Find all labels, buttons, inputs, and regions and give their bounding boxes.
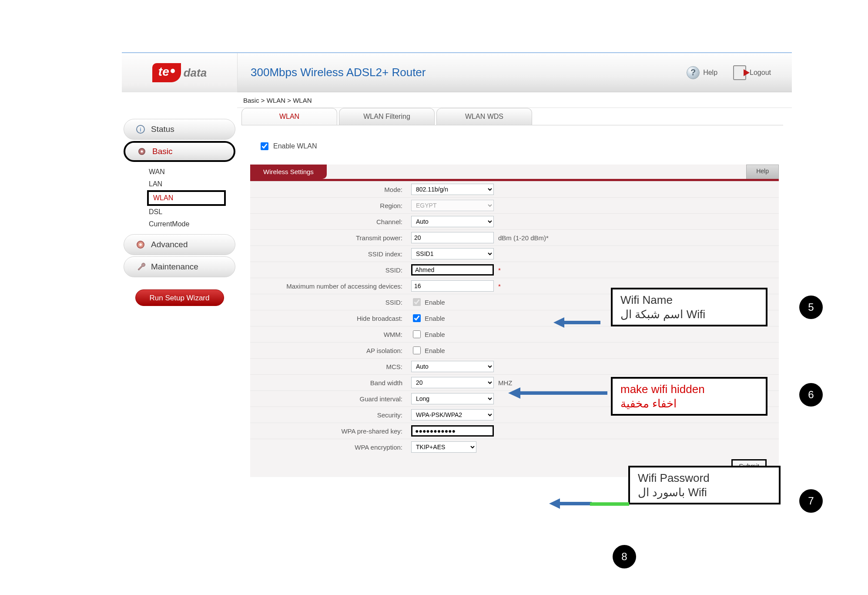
- bandwidth-suffix: MHZ: [498, 379, 513, 387]
- advanced-icon: [135, 239, 146, 250]
- security-select[interactable]: WPA-PSK/WPA2: [411, 409, 494, 420]
- logout-icon: [733, 65, 746, 80]
- sidebar-advanced-label: Advanced: [151, 240, 188, 249]
- help-button[interactable]: ? Help: [679, 64, 725, 81]
- wmm-checkbox[interactable]: [413, 330, 421, 338]
- ssid-input[interactable]: [411, 264, 494, 276]
- annotation-badge-5: 5: [799, 296, 823, 319]
- run-setup-wizard-button[interactable]: Run Setup Wizard: [135, 289, 224, 306]
- submenu-lan[interactable]: LAN: [147, 178, 237, 190]
- svg-marker-9: [508, 387, 520, 399]
- channel-label: Channel:: [250, 214, 407, 230]
- hide-broadcast-label: Hide broadcast:: [250, 310, 407, 326]
- submenu-dsl[interactable]: DSL: [147, 206, 237, 218]
- submenu-wlan[interactable]: WLAN: [147, 190, 226, 206]
- ssid-label: SSID:: [250, 262, 407, 278]
- svg-point-5: [139, 243, 142, 246]
- tab-wlan-filtering[interactable]: WLAN Filtering: [339, 108, 435, 125]
- enable-wlan-checkbox[interactable]: [261, 142, 268, 150]
- tab-wlan-wds[interactable]: WLAN WDS: [436, 108, 532, 125]
- svg-text:i: i: [140, 126, 141, 133]
- submenu-wan[interactable]: WAN: [147, 166, 237, 178]
- region-select[interactable]: EGYPT: [411, 200, 494, 211]
- ap-isolation-label: AP isolation:: [250, 343, 407, 359]
- required-star: *: [498, 282, 501, 290]
- sidebar-item-basic[interactable]: Basic: [124, 141, 235, 162]
- svg-point-3: [141, 151, 143, 153]
- ssid-index-label: SSID index:: [250, 246, 407, 262]
- annotation-badge-6: 6: [799, 383, 823, 407]
- enable-text: Enable: [425, 299, 445, 306]
- maxdev-label: Maximum number of accessing devices:: [250, 278, 407, 294]
- breadcrumb: Basic > WLAN > WLAN: [237, 92, 792, 108]
- annotation-hidden-en: make wifi hidden: [620, 382, 758, 397]
- enable-wlan-row: Enable WLAN: [259, 141, 779, 151]
- guard-label: Guard interval:: [250, 391, 407, 407]
- sidebar-item-status[interactable]: i Status: [124, 119, 235, 140]
- hide-broadcast-checkbox[interactable]: [413, 314, 421, 322]
- guard-select[interactable]: Long: [411, 393, 494, 404]
- bandwidth-label: Band width: [250, 375, 407, 391]
- green-bar-icon: [590, 502, 629, 506]
- tabs: WLAN WLAN Filtering WLAN WDS: [241, 108, 783, 125]
- annotation-pwd-en: Wifi Password: [638, 471, 771, 485]
- enable-text: Enable: [425, 331, 445, 338]
- txpower-label: Transmit power:: [250, 230, 407, 246]
- wmm-label: WMM:: [250, 326, 407, 343]
- maxdev-input[interactable]: [411, 280, 494, 292]
- sidebar-item-advanced[interactable]: Advanced: [124, 234, 235, 255]
- tab-wlan[interactable]: WLAN: [241, 108, 337, 125]
- sidebar-maintenance-label: Maintenance: [151, 262, 198, 272]
- logout-label: Logout: [750, 69, 771, 77]
- region-label: Region:: [250, 198, 407, 214]
- svg-marker-7: [553, 317, 564, 328]
- ssid-enable-checkbox[interactable]: [413, 298, 421, 306]
- help-label: Help: [703, 69, 717, 77]
- header: te data 300Mbps Wireless ADSL2+ Router ?…: [122, 53, 792, 92]
- brand-logo-graphic: te data: [152, 63, 207, 82]
- annotation-hidden-ar: اخفاء مخفية: [620, 397, 758, 411]
- mcs-label: MCS:: [250, 359, 407, 375]
- mode-select[interactable]: 802.11b/g/n: [411, 184, 494, 195]
- panel-title: Wireless Settings: [250, 165, 327, 179]
- wrench-icon: [135, 262, 146, 272]
- ssid-enable-label: SSID:: [250, 294, 407, 310]
- ap-isolation-checkbox[interactable]: [413, 346, 421, 354]
- annotation-password: Wifi Password باسورد ال Wifi: [628, 466, 781, 504]
- encryption-label: WPA encryption:: [250, 439, 407, 455]
- help-icon: ?: [687, 66, 700, 79]
- txpower-input[interactable]: [411, 232, 494, 243]
- status-icon: i: [135, 124, 146, 134]
- title-bar: 300Mbps Wireless ADSL2+ Router ? Help Lo…: [237, 53, 792, 92]
- submenu-currentmode[interactable]: CurrentMode: [147, 218, 237, 230]
- sidebar-status-label: Status: [151, 124, 174, 134]
- annotation-wifi-name-en: Wifi Name: [620, 293, 758, 307]
- txpower-suffix: dBm (1-20 dBm)*: [498, 234, 549, 242]
- gear-icon: [137, 146, 147, 157]
- annotation-badge-7: 7: [799, 489, 823, 513]
- annotation-badge-8: 8: [613, 545, 636, 568]
- bandwidth-select[interactable]: 20: [411, 377, 494, 388]
- annotation-hidden: make wifi hidden اخفاء مخفية: [611, 377, 767, 416]
- enable-text: Enable: [425, 315, 445, 322]
- sidebar-item-maintenance[interactable]: Maintenance: [124, 256, 235, 277]
- sidebar-basic-label: Basic: [152, 147, 172, 156]
- sidebar: i Status Basic WAN LAN WLAN DSL CurrentM…: [122, 92, 237, 528]
- basic-submenu: WAN LAN WLAN DSL CurrentMode: [122, 163, 237, 233]
- svg-marker-11: [549, 498, 560, 509]
- mcs-select[interactable]: Auto: [411, 361, 494, 372]
- arrow-icon: [508, 387, 608, 400]
- psk-label: WPA pre-shared key:: [250, 423, 407, 439]
- channel-select[interactable]: Auto: [411, 216, 494, 227]
- enable-text: Enable: [425, 347, 445, 354]
- panel-help-button[interactable]: Help: [746, 165, 779, 179]
- enable-wlan-label: Enable WLAN: [273, 142, 317, 150]
- brand-logo: te data: [122, 53, 237, 92]
- encryption-select[interactable]: TKIP+AES: [411, 441, 476, 453]
- annotation-wifi-name-ar: اسم شبكة ال Wifi: [620, 307, 758, 322]
- page-title: 300Mbps Wireless ADSL2+ Router: [251, 66, 679, 79]
- logout-button[interactable]: Logout: [725, 64, 779, 82]
- annotation-wifi-name: Wifi Name اسم شبكة ال Wifi: [611, 288, 767, 326]
- ssid-index-select[interactable]: SSID1: [411, 248, 494, 259]
- psk-input[interactable]: [411, 425, 494, 437]
